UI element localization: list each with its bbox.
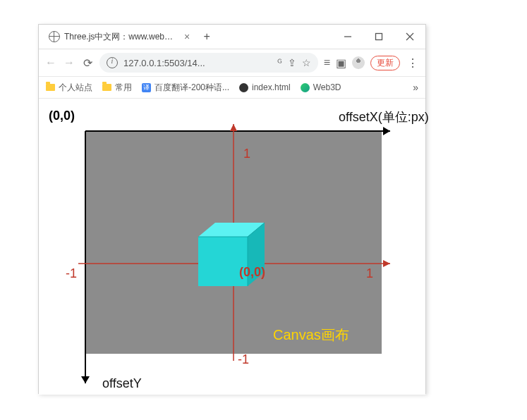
new-tab-button[interactable]: +: [197, 25, 217, 49]
bookmark-star-icon[interactable]: ☆: [302, 57, 311, 68]
bookmark-item[interactable]: Web3D: [301, 82, 341, 92]
ndc-minus-x-label: -1: [66, 266, 77, 280]
ndc-plus-y-label: 1: [243, 147, 250, 161]
bookmark-label: Web3D: [313, 82, 341, 92]
pixel-x-arrow-icon: [383, 127, 390, 135]
maximize-icon: [375, 32, 383, 41]
share-icon[interactable]: ⇪: [288, 57, 296, 68]
site-info-icon[interactable]: [107, 57, 118, 68]
browser-window: Three.js中文网：www.webgl3d × + ← → ⟳ 127.0.…: [38, 24, 426, 394]
minimize-icon: [344, 32, 352, 41]
site-icon: 译: [142, 83, 151, 92]
bookmarks-bar: 个人站点 常用 译 百度翻译-200种语... index.html Web3D…: [39, 77, 425, 99]
bookmark-item[interactable]: 常用: [102, 82, 132, 94]
ndc-plus-x-label: 1: [366, 266, 373, 280]
minimize-button[interactable]: [332, 25, 363, 49]
bookmark-label: index.html: [252, 82, 291, 92]
address-bar: ← → ⟳ 127.0.0.1:5503/14... ᴳ ⇪ ☆ ≡ ▣ 更新 …: [39, 49, 425, 77]
tab-title: Three.js中文网：www.webgl3d: [64, 31, 177, 43]
profile-avatar[interactable]: [352, 56, 365, 69]
folder-icon: [46, 84, 55, 91]
canvas-caption: Canvas画布: [273, 327, 349, 342]
folder-icon: [102, 84, 111, 91]
coordinate-diagram: (0,0) 1 -1 1 -1 Canvas画布: [39, 99, 427, 395]
nav-back-icon[interactable]: ←: [44, 56, 57, 69]
ndc-y-arrow-icon: [230, 124, 237, 131]
url-text: 127.0.0.1:5503/14...: [123, 58, 277, 68]
pixel-y-arrow-icon: [81, 376, 90, 383]
svg-rect-1: [376, 34, 382, 40]
close-icon: [406, 32, 414, 41]
ndc-origin-label: (0,0): [239, 265, 265, 279]
nav-forward-icon[interactable]: →: [63, 56, 75, 69]
ndc-x-arrow-icon: [383, 260, 390, 267]
bookmarks-overflow-icon[interactable]: »: [413, 82, 418, 93]
bookmark-item[interactable]: 个人站点: [46, 82, 92, 94]
translate-icon[interactable]: ᴳ: [277, 57, 282, 68]
maximize-button[interactable]: [363, 25, 394, 49]
globe-icon: [49, 31, 60, 42]
close-button[interactable]: [394, 25, 425, 49]
window-controls: [332, 25, 425, 49]
titlebar: Three.js中文网：www.webgl3d × +: [39, 25, 425, 49]
site-icon: [239, 83, 248, 92]
tab-close-icon[interactable]: ×: [184, 31, 190, 42]
update-button[interactable]: 更新: [370, 56, 400, 70]
bookmark-item[interactable]: 译 百度翻译-200种语...: [142, 82, 229, 94]
reading-list-icon[interactable]: ≡: [324, 56, 330, 69]
nav-reload-icon[interactable]: ⟳: [81, 56, 94, 70]
page-viewport: (0,0) offsetX(单位:px) offsetY: [39, 99, 425, 395]
ndc-minus-y-label: -1: [238, 352, 249, 366]
browser-tab[interactable]: Three.js中文网：www.webgl3d ×: [42, 25, 197, 49]
site-icon: [301, 83, 310, 92]
bookmark-label: 百度翻译-200种语...: [155, 82, 229, 94]
side-panel-icon[interactable]: ▣: [336, 56, 346, 70]
url-box[interactable]: 127.0.0.1:5503/14... ᴳ ⇪ ☆: [99, 53, 318, 73]
bookmark-item[interactable]: index.html: [239, 82, 291, 92]
bookmark-label: 个人站点: [59, 82, 92, 94]
bookmark-label: 常用: [115, 82, 132, 94]
kebab-menu-icon[interactable]: ⋮: [406, 56, 420, 70]
